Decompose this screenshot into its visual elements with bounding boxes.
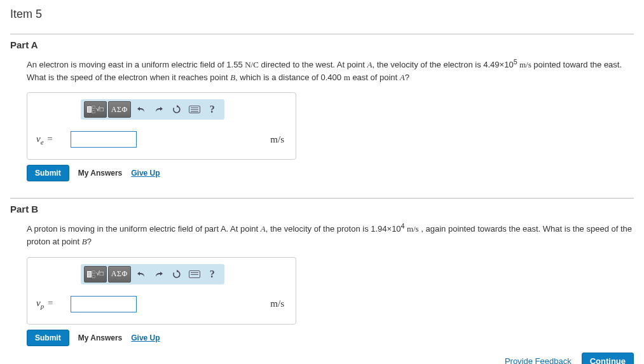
undo-icon: [137, 106, 146, 113]
part-a-actions: Submit My Answers Give Up: [27, 165, 634, 181]
part-b-actions: Submit My Answers Give Up: [27, 330, 634, 346]
part-b-variable: vp =: [36, 298, 71, 310]
part-a-my-answers: My Answers: [78, 169, 123, 178]
greek-button[interactable]: ΑΣΦ: [108, 266, 131, 283]
part-a-give-up-link[interactable]: Give Up: [131, 169, 160, 178]
part-a-variable: ve =: [36, 134, 71, 146]
reset-icon: [172, 270, 181, 279]
part-b-answer-input[interactable]: [71, 296, 137, 312]
redo-button[interactable]: [150, 101, 168, 118]
part-b-give-up-link[interactable]: Give Up: [131, 333, 160, 342]
part-a-submit-button[interactable]: Submit: [27, 165, 69, 181]
templates-button[interactable]: □□ √□: [84, 101, 107, 118]
part-b-question: A proton is moving in the uniform electr…: [27, 221, 634, 248]
keyboard-button[interactable]: [186, 266, 203, 283]
redo-button[interactable]: [150, 266, 168, 283]
part-b-submit-button[interactable]: Submit: [27, 330, 69, 346]
continue-button[interactable]: Continue: [582, 353, 634, 364]
part-b-unit: m/s: [270, 298, 287, 309]
undo-button[interactable]: [132, 101, 150, 118]
part-a-heading: Part A: [10, 34, 634, 50]
undo-icon: [137, 270, 146, 278]
template-icon: □□ √□: [87, 270, 104, 279]
part-a-answer-box: □□ √□ ΑΣΦ ? ve = m/s: [27, 92, 296, 160]
part-a-unit: m/s: [270, 134, 287, 145]
redo-icon: [154, 106, 163, 113]
undo-button[interactable]: [132, 266, 150, 283]
provide-feedback-link[interactable]: Provide Feedback: [505, 356, 572, 364]
page-footer: Provide Feedback Continue: [10, 353, 634, 364]
item-title: Item 5: [10, 8, 634, 21]
part-a-toolbar: □□ √□ ΑΣΦ ?: [81, 99, 224, 120]
redo-icon: [154, 270, 163, 278]
part-b-heading: Part B: [10, 198, 634, 214]
part-a-question: An electron is moving east in a uniform …: [27, 57, 634, 83]
reset-button[interactable]: [168, 101, 186, 118]
part-b-my-answers: My Answers: [78, 333, 123, 342]
part-b-answer-box: □□ √□ ΑΣΦ ? vp = m/s: [27, 257, 296, 325]
part-a-answer-input[interactable]: [71, 131, 137, 148]
greek-button[interactable]: ΑΣΦ: [108, 101, 131, 118]
help-button[interactable]: ?: [203, 101, 221, 118]
templates-button[interactable]: □□ √□: [84, 266, 107, 283]
keyboard-icon: [189, 106, 200, 113]
reset-icon: [172, 105, 181, 114]
keyboard-button[interactable]: [186, 101, 203, 118]
reset-button[interactable]: [168, 266, 186, 283]
help-button[interactable]: ?: [203, 266, 221, 283]
template-icon: □□ √□: [87, 105, 104, 114]
part-b-toolbar: □□ √□ ΑΣΦ ?: [81, 264, 224, 284]
keyboard-icon: [189, 270, 200, 278]
